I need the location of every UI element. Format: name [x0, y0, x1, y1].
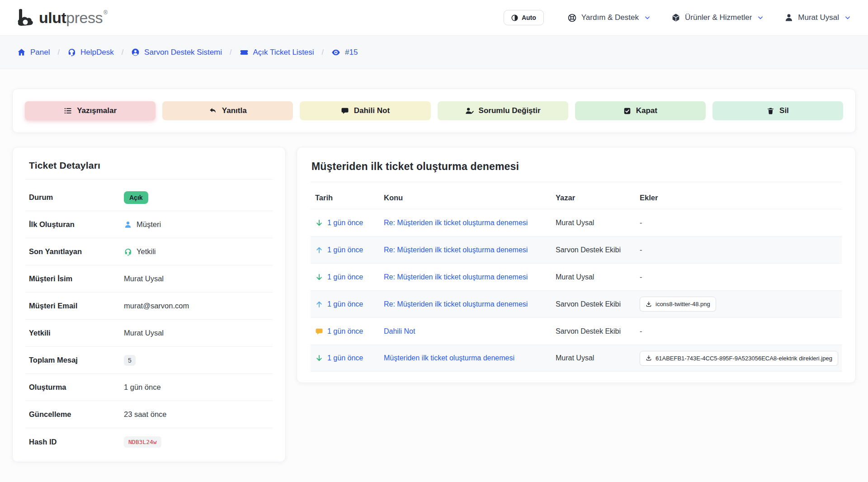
message-author: Murat Uysal [551, 273, 635, 281]
detail-row-created: Oluşturma 1 gün önce [25, 374, 273, 401]
breadcrumb-separator: / [57, 48, 59, 57]
nav-user-label: Murat Uysal [798, 13, 839, 22]
breadcrumb-separator: / [122, 48, 123, 57]
breadcrumb-separator: / [322, 48, 324, 57]
cube-icon [671, 13, 680, 22]
table-header: Tarih Konu Yazar Ekler [311, 186, 842, 209]
breadcrumb-helpdesk[interactable]: HelpDesk [67, 48, 114, 57]
brand-name-light: press [66, 9, 103, 26]
message-date-link[interactable]: 1 gün önce [327, 273, 363, 281]
close-ticket-button[interactable]: Kapat [575, 101, 706, 120]
message-subject-link[interactable]: Re: Müşteriden ilk ticket oluşturma dene… [384, 219, 528, 227]
nav-user-menu[interactable]: Murat Uysal [784, 13, 851, 22]
chevron-down-icon [644, 14, 651, 21]
arrow-down-icon [315, 354, 323, 362]
detail-row-customer-email: Müşteri Email murat@sarvon.com [25, 293, 273, 320]
message-subject-link[interactable]: Re: Müşteriden ilk ticket oluşturma dene… [384, 246, 528, 254]
registered-mark: ® [104, 9, 108, 16]
brand-name-bold: ulut [39, 9, 66, 26]
check-square-icon [623, 107, 631, 115]
col-subject: Konu [379, 194, 551, 202]
message-subject-link[interactable]: Re: Müşteriden ilk ticket oluşturma dene… [384, 273, 528, 281]
person-check-icon [465, 107, 474, 115]
message-subject-link[interactable]: Re: Müşteriden ilk ticket oluşturma dene… [384, 300, 528, 308]
message-author: Sarvon Destek Ekibi [551, 327, 635, 336]
customer-person-icon [124, 221, 132, 229]
user-icon [784, 13, 793, 22]
table-row: 1 gün önce Müşteriden ilk ticket oluştur… [311, 345, 842, 372]
detail-row-hash-id: Hash ID NDB3L24w [25, 428, 273, 455]
message-date-link[interactable]: 1 gün önce [327, 354, 363, 362]
col-date: Tarih [311, 194, 379, 202]
eye-icon [331, 48, 340, 57]
nav-products-services[interactable]: Ürünler & Hizmetler [671, 13, 764, 22]
arrow-up-icon [315, 300, 323, 308]
messages-button[interactable]: Yazışmalar [25, 101, 156, 120]
detail-row-customer-name: Müşteri İsim Murat Uysal [25, 265, 273, 293]
table-row: 1 gün önce Dahili Not Sarvon Destek Ekib… [311, 317, 842, 345]
message-date-link[interactable]: 1 gün önce [327, 327, 363, 336]
internal-note-button[interactable]: Dahili Not [300, 101, 430, 120]
trash-icon [767, 107, 774, 115]
theme-auto-button[interactable]: Auto [504, 10, 544, 25]
theme-auto-label: Auto [522, 14, 536, 21]
thread-title: Müşteriden ilk ticket oluşturma denemesi [311, 147, 842, 182]
breadcrumb-open-ticket-list[interactable]: Açık Ticket Listesi [240, 48, 314, 57]
message-subject-link[interactable]: Dahili Not [384, 327, 415, 336]
nav-help-support[interactable]: Yardım & Destek [567, 13, 651, 23]
detail-row-total-messages: Toplam Mesaj 5 [25, 347, 273, 374]
table-row: 1 gün önce Re: Müşteriden ilk ticket olu… [311, 263, 842, 290]
attachment-download-button[interactable]: icons8-twitter-48.png [640, 297, 716, 312]
chevron-down-icon [757, 14, 764, 21]
ticket-details-card: Ticket Detayları Durum Açık İlk Oluştura… [12, 147, 286, 462]
attachment-download-button[interactable]: 61ABEFB1-743E-4CC5-895F-9A523056ECA8-ele… [640, 351, 838, 366]
circle-half-icon [511, 14, 518, 21]
download-icon [646, 301, 652, 307]
message-author: Murat Uysal [551, 219, 635, 227]
col-attachments: Ekler [635, 194, 842, 202]
message-attachment: - [635, 327, 842, 336]
main-content: Ticket Detayları Durum Açık İlk Oluştura… [12, 147, 856, 462]
detail-row-status: Durum Açık [25, 184, 273, 211]
person-circle-icon [131, 48, 140, 57]
breadcrumb-support-system[interactable]: Sarvon Destek Sistemi [131, 48, 222, 57]
ticket-actions-card: Yazışmalar Yanıtla Dahili Not Sorumlu De… [12, 89, 856, 133]
breadcrumb-ticket-15[interactable]: #15 [331, 48, 358, 57]
arrow-down-icon [315, 273, 323, 281]
headset-icon [67, 48, 76, 57]
breadcrumb: Panel / HelpDesk / Sarvon Destek Sistemi… [0, 35, 868, 69]
chat-icon [341, 107, 349, 115]
table-row: 1 gün önce Re: Müşteriden ilk ticket olu… [311, 290, 842, 317]
top-nav: Auto Yardım & Destek Ürünler & Hizm [504, 10, 851, 25]
top-bar: ulutpress ® Auto Yardım & Destek [0, 0, 868, 35]
breadcrumb-separator: / [230, 48, 231, 57]
message-author: Murat Uysal [551, 354, 635, 362]
chevron-down-icon [844, 14, 851, 21]
message-subject-link[interactable]: Müşteriden ilk ticket oluşturma denemesi [384, 354, 514, 362]
arrow-up-icon [315, 246, 323, 254]
reply-icon [209, 107, 217, 115]
detail-row-first-creator: İlk Oluşturan Müşteri [25, 211, 273, 238]
reply-button[interactable]: Yanıtla [162, 101, 293, 120]
chat-bubble-icon [315, 327, 323, 336]
message-date-link[interactable]: 1 gün önce [327, 300, 363, 308]
change-assignee-button[interactable]: Sorumlu Değiştir [438, 101, 568, 120]
message-author: Sarvon Destek Ekibi [551, 300, 635, 308]
col-author: Yazar [551, 194, 635, 202]
brand-logo[interactable]: ulutpress ® [17, 9, 108, 27]
delete-button[interactable]: Sil [712, 101, 843, 120]
message-date-link[interactable]: 1 gün önce [327, 219, 363, 227]
message-date-link[interactable]: 1 gün önce [327, 246, 363, 254]
table-row: 1 gün önce Re: Müşteriden ilk ticket olu… [311, 209, 842, 236]
message-attachment: - [635, 273, 842, 281]
detail-row-last-replier: Son Yanıtlayan Yetkili [25, 238, 273, 265]
ticket-details-title: Ticket Detayları [25, 147, 273, 180]
ticket-icon [240, 48, 249, 57]
table-row: 1 gün önce Re: Müşteriden ilk ticket olu… [311, 236, 842, 263]
breadcrumb-panel[interactable]: Panel [17, 48, 50, 57]
message-count-badge: 5 [124, 355, 136, 366]
detail-row-assignee: Yetkili Murat Uysal [25, 320, 273, 347]
message-author: Sarvon Destek Ekibi [551, 246, 635, 254]
nav-help-support-label: Yardım & Destek [581, 13, 639, 22]
hash-id-badge: NDB3L24w [124, 436, 161, 448]
